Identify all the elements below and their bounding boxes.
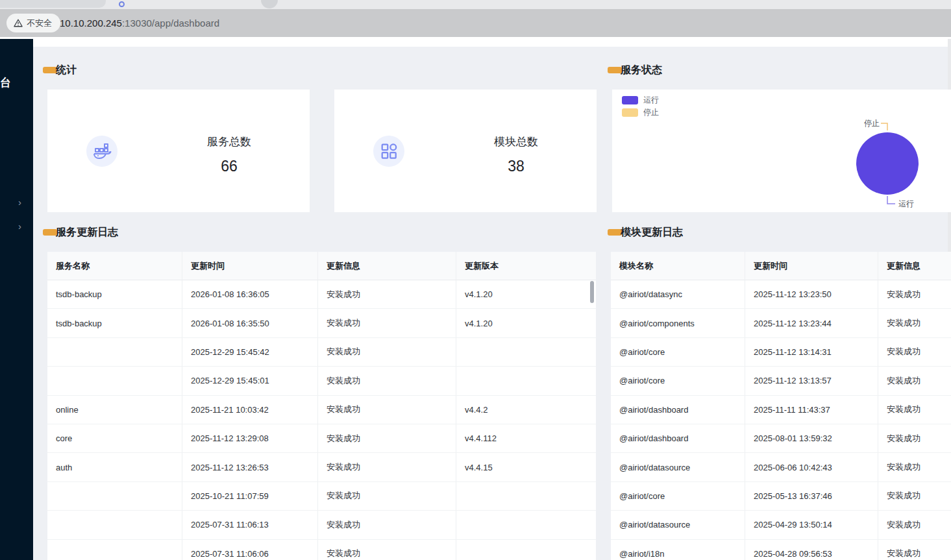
table-cell: 2025-06-06 10:42:43 bbox=[745, 453, 878, 481]
sidebar-expand-chevron-icon[interactable]: › bbox=[18, 199, 21, 206]
service-status-pie-chart[interactable]: 停止 运行 bbox=[839, 109, 951, 212]
modules-grid-icon bbox=[373, 136, 404, 167]
table-cell: 2025-11-12 13:29:08 bbox=[182, 424, 318, 453]
table-scrollbar-thumb[interactable] bbox=[590, 281, 594, 303]
table-cell bbox=[47, 482, 182, 511]
table-row: @airiot/core2025-11-12 13:13:57安装成功 bbox=[611, 367, 951, 395]
tab-close-button[interactable] bbox=[261, 0, 278, 8]
table-row: tsdb-backup2026-01-08 16:36:05安装成功v4.1.2… bbox=[47, 280, 596, 309]
table-row: 2025-12-29 15:45:42安装成功 bbox=[47, 338, 596, 367]
services-total-label: 服务总数 bbox=[164, 134, 294, 149]
service-status-card: 运行停止 停止 运行 bbox=[612, 90, 951, 212]
table-cell: 安装成功 bbox=[878, 540, 951, 560]
table-cell: 安装成功 bbox=[318, 309, 456, 337]
table-row: 2025-07-31 11:06:13安装成功 bbox=[47, 511, 596, 539]
module-log-table: 模块名称更新时间更新信息@airiot/datasync2025-11-12 1… bbox=[611, 252, 951, 560]
table-cell: @airiot/dashboard bbox=[611, 396, 745, 424]
table-cell: 安装成功 bbox=[318, 453, 456, 481]
table-cell: 2025-11-12 13:13:57 bbox=[745, 367, 878, 395]
column-header: 更新时间 bbox=[745, 252, 878, 280]
table-cell: 2026-01-08 16:35:50 bbox=[182, 309, 318, 337]
legend-swatch-icon bbox=[622, 96, 638, 104]
table-cell: 安装成功 bbox=[318, 338, 456, 367]
url-host: 10.10.200.245 bbox=[60, 18, 122, 29]
column-header: 更新版本 bbox=[456, 252, 596, 280]
sidebar-expand-chevron-icon[interactable]: › bbox=[18, 223, 21, 230]
table-cell: 安装成功 bbox=[878, 453, 951, 481]
table-cell: tsdb-backup bbox=[47, 309, 182, 337]
table-row: @airiot/datasource2025-04-29 13:50:14安装成… bbox=[611, 511, 951, 539]
table-cell: v4.1.20 bbox=[456, 309, 596, 337]
table-row: auth2025-11-12 13:26:53安装成功v4.4.15 bbox=[47, 453, 596, 481]
legend-item[interactable]: 停止 bbox=[622, 108, 659, 117]
table-cell: 安装成功 bbox=[318, 540, 456, 560]
modules-total-card: 模块总数 38 bbox=[334, 90, 597, 212]
browser-address-bar[interactable]: 不安全 10.10.200.245:13030/app/dashboard bbox=[0, 9, 951, 37]
section-bullet-icon bbox=[43, 229, 57, 236]
table-cell: 2025-11-12 13:23:44 bbox=[745, 309, 878, 337]
pie-callout-running: 运行 bbox=[898, 199, 914, 208]
table-cell: 2026-01-08 16:36:05 bbox=[182, 280, 318, 309]
table-header-row: 模块名称更新时间更新信息 bbox=[611, 252, 951, 280]
legend-label: 停止 bbox=[643, 107, 659, 118]
column-header: 更新时间 bbox=[182, 252, 318, 280]
table-cell: @airiot/datasync bbox=[611, 280, 745, 309]
module-log-section-title: 模块更新日志 bbox=[621, 226, 683, 239]
url-path: :13030/app/dashboard bbox=[122, 18, 219, 29]
browser-tab[interactable] bbox=[0, 0, 106, 8]
browser-tab-strip bbox=[0, 0, 951, 9]
security-badge[interactable]: 不安全 bbox=[6, 14, 60, 32]
section-bullet-icon bbox=[608, 229, 622, 236]
table-cell: 安装成功 bbox=[318, 396, 456, 424]
service-log-table: 服务名称更新时间更新信息更新版本tsdb-backup2026-01-08 16… bbox=[47, 252, 596, 560]
table-cell: @airiot/dashboard bbox=[611, 424, 745, 453]
table-cell: 2025-08-01 13:59:32 bbox=[745, 424, 878, 453]
legend-item[interactable]: 运行 bbox=[622, 96, 659, 104]
table-cell bbox=[47, 540, 182, 560]
table-cell: @airiot/datasource bbox=[611, 511, 745, 539]
table-cell: @airiot/datasource bbox=[611, 453, 745, 481]
table-cell: 2025-11-12 13:23:50 bbox=[745, 280, 878, 309]
table-cell bbox=[456, 338, 596, 367]
table-row: core2025-11-12 13:29:08安装成功v4.4.112 bbox=[47, 424, 596, 453]
table-cell: 安装成功 bbox=[878, 482, 951, 511]
docker-whale-icon bbox=[86, 136, 117, 167]
table-cell: @airiot/core bbox=[611, 338, 745, 367]
table-cell: @airiot/core bbox=[611, 482, 745, 511]
table-cell: 2025-11-12 13:14:31 bbox=[745, 338, 878, 367]
table-row: 2025-12-29 15:45:01安装成功 bbox=[47, 367, 596, 395]
table-row: @airiot/core2025-05-13 16:37:46安装成功 bbox=[611, 482, 951, 511]
table-cell bbox=[456, 367, 596, 395]
services-total-value: 66 bbox=[164, 158, 294, 175]
table-cell: 安装成功 bbox=[318, 511, 456, 539]
table-row: 2025-10-21 11:07:59安装成功 bbox=[47, 482, 596, 511]
table-cell: 2025-11-12 13:26:53 bbox=[182, 453, 318, 481]
table-cell: online bbox=[47, 396, 182, 424]
table-cell: 2025-12-29 15:45:01 bbox=[182, 367, 318, 395]
table-cell: v4.4.112 bbox=[456, 424, 596, 453]
table-cell: tsdb-backup bbox=[47, 280, 182, 309]
table-row: 2025-07-31 11:06:06安装成功 bbox=[47, 540, 596, 560]
table-cell bbox=[456, 482, 596, 511]
table-cell bbox=[456, 540, 596, 560]
table-cell bbox=[47, 367, 182, 395]
table-cell: core bbox=[47, 424, 182, 453]
url-field[interactable]: 10.10.200.245:13030/app/dashboard bbox=[60, 9, 219, 37]
section-bullet-icon bbox=[43, 67, 57, 73]
table-cell: 2025-11-11 11:43:37 bbox=[745, 396, 878, 424]
table-cell: v4.4.15 bbox=[456, 453, 596, 481]
table-cell: 2025-04-29 13:50:14 bbox=[745, 511, 878, 539]
table-cell: 2025-04-28 09:56:53 bbox=[745, 540, 878, 560]
services-total-card: 服务总数 66 bbox=[47, 90, 310, 212]
service-log-section-title: 服务更新日志 bbox=[56, 226, 118, 239]
column-header: 模块名称 bbox=[611, 252, 745, 280]
table-cell: 安装成功 bbox=[318, 280, 456, 309]
table-cell: 安装成功 bbox=[878, 338, 951, 367]
table-cell: 2025-05-13 16:37:46 bbox=[745, 482, 878, 511]
table-cell: @airiot/components bbox=[611, 309, 745, 337]
table-cell bbox=[456, 511, 596, 539]
table-cell: v4.1.20 bbox=[456, 280, 596, 309]
table-cell: 2025-07-31 11:06:06 bbox=[182, 540, 318, 560]
table-cell: 安装成功 bbox=[318, 482, 456, 511]
column-header: 更新信息 bbox=[318, 252, 456, 280]
